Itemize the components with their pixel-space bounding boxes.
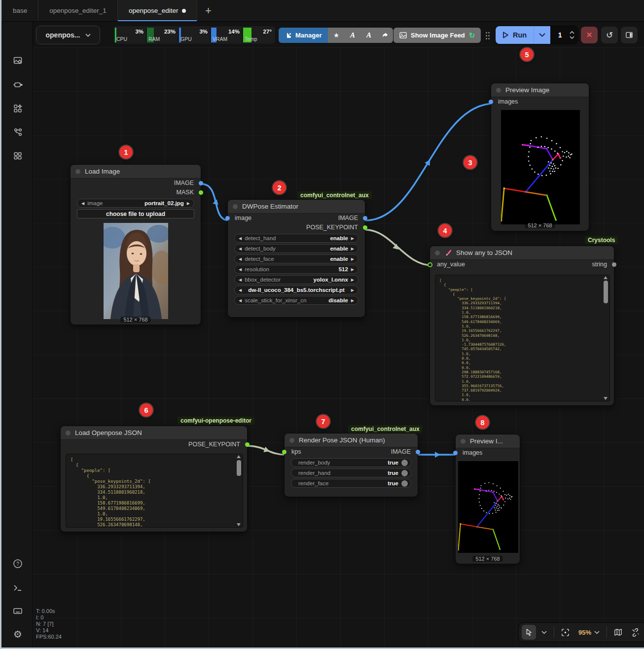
run-options-button[interactable] bbox=[534, 26, 550, 44]
output-dot-pose-keypoint[interactable] bbox=[363, 225, 367, 230]
right-arrow-icon[interactable]: ▶ bbox=[351, 288, 354, 292]
collapse-dot-icon[interactable] bbox=[66, 431, 71, 435]
left-arrow-icon[interactable]: ◀ bbox=[239, 257, 242, 261]
workflows-button[interactable] bbox=[12, 127, 23, 138]
input-dot-images[interactable] bbox=[489, 100, 493, 104]
left-arrow-icon[interactable]: ◀ bbox=[239, 278, 242, 282]
widget-detect-body[interactable]: ◀ detect_body enable ▶ bbox=[234, 244, 358, 253]
manager-button[interactable]: Manager bbox=[279, 28, 328, 43]
left-arrow-icon[interactable]: ◀ bbox=[239, 267, 242, 272]
right-arrow-icon[interactable]: ▶ bbox=[351, 236, 354, 241]
scrollbar[interactable] bbox=[603, 276, 608, 400]
node-render-pose-json[interactable]: Render Pose JSON (Human) kps IMAGE rende… bbox=[284, 433, 418, 497]
new-tab-button[interactable]: + bbox=[197, 0, 219, 21]
select-tool-button[interactable] bbox=[522, 625, 536, 640]
cancel-run-button[interactable]: ✕ bbox=[581, 27, 598, 43]
missing-nodes-button[interactable]: A bbox=[360, 28, 377, 43]
widget-render-hand[interactable]: render_hand true bbox=[291, 469, 411, 477]
output-dot-image[interactable] bbox=[416, 450, 420, 454]
node-preview-image[interactable]: Preview Image images 512 × 768 bbox=[491, 83, 589, 231]
scrollbar-thumb[interactable] bbox=[604, 281, 608, 303]
node-header[interactable]: Load Image bbox=[71, 165, 201, 179]
widget-bbox-detector[interactable]: ◀ bbox_detector yolox_l.onnx ▶ bbox=[234, 275, 358, 284]
toggle-links-button[interactable] bbox=[628, 625, 643, 640]
left-arrow-icon[interactable]: ◀ bbox=[239, 298, 242, 303]
output-dot-pose-keypoint[interactable] bbox=[245, 442, 250, 447]
widget-render-face[interactable]: render_face true bbox=[291, 479, 411, 488]
output-dot-string[interactable] bbox=[612, 262, 616, 267]
model-library-button[interactable] bbox=[12, 103, 23, 114]
input-dot-kps[interactable] bbox=[282, 450, 286, 454]
toggle-panel-button[interactable] bbox=[621, 27, 638, 43]
tab-openpose-editer[interactable]: openpose_editer bbox=[118, 0, 198, 21]
right-arrow-icon[interactable]: ▶ bbox=[351, 298, 354, 303]
history-button[interactable]: ↺ bbox=[601, 27, 618, 43]
widget-detect-face[interactable]: ◀ detect_face enable ▶ bbox=[234, 254, 358, 263]
settings-button[interactable]: ⚙ bbox=[12, 629, 23, 640]
node-dwpose-estimator[interactable]: DWPose Estimator image IMAGE POSE_KEYPOI… bbox=[227, 199, 365, 318]
input-dot-image[interactable] bbox=[225, 216, 230, 220]
collapse-dot-icon[interactable] bbox=[75, 169, 80, 174]
zoom-level-control[interactable]: 95% bbox=[575, 625, 603, 640]
right-arrow-icon[interactable]: ▶ bbox=[351, 278, 354, 282]
node-header[interactable]: Preview Image bbox=[491, 83, 589, 97]
toggle-icon[interactable] bbox=[401, 460, 408, 466]
input-dot-images[interactable] bbox=[453, 451, 458, 455]
node-header[interactable]: Preview I... bbox=[456, 434, 520, 448]
tab-base[interactable]: base bbox=[1, 0, 38, 21]
tool-dropdown-button[interactable] bbox=[538, 625, 550, 640]
widget-resolution[interactable]: ◀ resolution 512 ▶ bbox=[234, 265, 358, 274]
collapse-dot-icon[interactable] bbox=[233, 204, 238, 209]
output-dot-mask[interactable] bbox=[199, 190, 203, 195]
json-editor[interactable]: [ { "people": [ { "pose_keypoints_2d": [… bbox=[66, 454, 243, 528]
collapse-dot-icon[interactable] bbox=[289, 438, 294, 443]
collapse-dot-icon[interactable] bbox=[461, 439, 465, 444]
batch-steppers[interactable] bbox=[570, 31, 578, 39]
node-header[interactable]: Load Openpose JSON bbox=[61, 426, 247, 440]
workflow-selector[interactable]: openpos... bbox=[36, 26, 100, 44]
scroll-down-icon[interactable] bbox=[237, 523, 241, 526]
batch-count-input[interactable]: 1 bbox=[550, 26, 578, 44]
choose-file-button[interactable]: choose file to upload bbox=[77, 209, 194, 218]
node-load-openpose-json[interactable]: Load Openpose JSON POSE_KEYPOINT [ { "pe… bbox=[60, 426, 248, 532]
widget-pose-estimator[interactable]: ◀ dw-ll_ucoco_384_bs5.torchscript.pt ▶ bbox=[234, 286, 358, 294]
output-dot-image[interactable] bbox=[199, 181, 203, 185]
scroll-up-icon[interactable] bbox=[237, 455, 241, 458]
terminal-button[interactable] bbox=[12, 582, 23, 593]
input-dot-any-value[interactable] bbox=[428, 262, 432, 267]
run-button[interactable]: Run bbox=[496, 26, 534, 44]
left-arrow-icon[interactable]: ◀ bbox=[81, 201, 84, 206]
right-arrow-icon[interactable]: ▶ bbox=[351, 257, 354, 261]
share-button[interactable] bbox=[377, 28, 393, 43]
node-header[interactable]: Render Pose JSON (Human) bbox=[285, 433, 418, 447]
node-show-any-to-json[interactable]: Show any to JSON any_value string [ { "p… bbox=[429, 246, 614, 406]
minimap-button[interactable] bbox=[610, 625, 626, 640]
drag-handle[interactable] bbox=[485, 32, 490, 42]
left-arrow-icon[interactable]: ◀ bbox=[239, 247, 242, 251]
custom-nodes-button[interactable]: A bbox=[344, 28, 360, 43]
widget-render-body[interactable]: render_body true bbox=[291, 458, 411, 467]
image-gallery-button[interactable] bbox=[12, 55, 23, 66]
right-arrow-icon[interactable]: ▶ bbox=[351, 267, 354, 272]
node-library-button[interactable] bbox=[12, 79, 23, 90]
node-header[interactable]: Show any to JSON bbox=[430, 246, 614, 260]
queue-button[interactable] bbox=[12, 150, 23, 161]
left-arrow-icon[interactable]: ◀ bbox=[239, 236, 242, 241]
node-load-image[interactable]: Load Image IMAGE MASK ◀ image portrait_0… bbox=[70, 164, 201, 325]
node-preview-image-2[interactable]: Preview I... images 512 × 768 bbox=[455, 434, 520, 564]
help-button[interactable]: ? bbox=[12, 558, 23, 569]
show-image-feed-button[interactable]: Show Image Feed ↻ bbox=[394, 28, 481, 43]
toggle-icon[interactable] bbox=[401, 480, 408, 487]
collapse-dot-icon[interactable] bbox=[435, 251, 440, 255]
scroll-down-icon[interactable] bbox=[604, 397, 608, 400]
output-dot-image[interactable] bbox=[363, 216, 367, 220]
right-arrow-icon[interactable]: ▶ bbox=[351, 247, 354, 251]
right-arrow-icon[interactable]: ▶ bbox=[187, 201, 190, 206]
scroll-up-icon[interactable] bbox=[604, 276, 608, 279]
image-widget[interactable]: ◀ image portrait_02.jpg ▶ bbox=[77, 199, 194, 208]
widget-scale-stick[interactable]: ◀ scale_stick_for_xinsr_cn disable ▶ bbox=[234, 296, 358, 305]
collapse-dot-icon[interactable] bbox=[496, 88, 501, 93]
node-header[interactable]: DWPose Estimator bbox=[228, 200, 365, 214]
widget-detect-hand[interactable]: ◀ detect_hand enable ▶ bbox=[234, 234, 358, 243]
scrollbar[interactable] bbox=[236, 455, 242, 526]
